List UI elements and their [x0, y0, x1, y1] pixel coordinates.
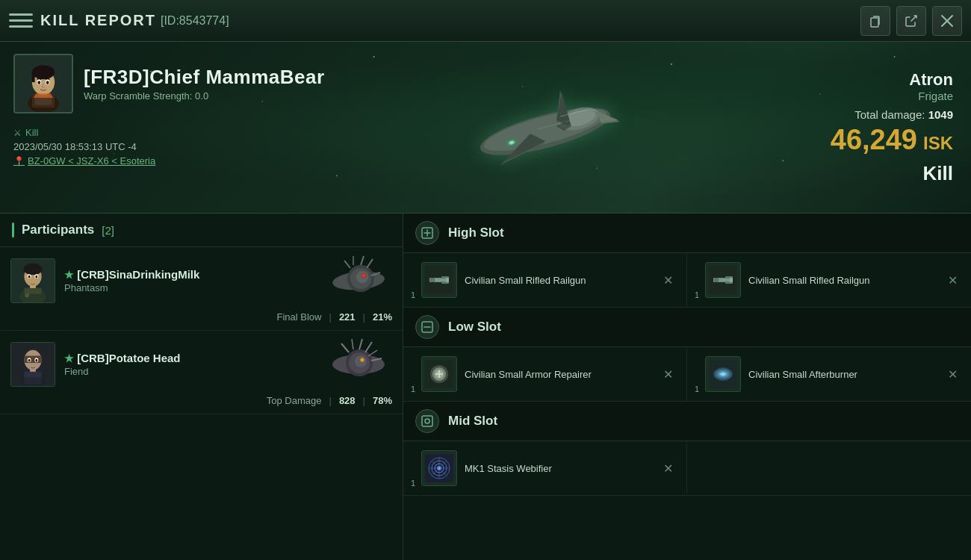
copy-button[interactable]: [860, 6, 890, 36]
mid-slot-item-1: 1: [403, 441, 687, 495]
svg-rect-0: [871, 18, 878, 27]
low-item-2-name: Civilian Small Afterburner: [748, 369, 937, 380]
slots-panel: High Slot 1: [403, 214, 971, 560]
location-pin-icon: 📍: [13, 156, 25, 167]
participant-ship-img-1: [325, 255, 392, 307]
low-item-2-icon: [705, 356, 741, 392]
svg-point-40: [28, 276, 31, 279]
low-slot-item-1: 1 Civilian Small Armor Repairer ✕: [403, 347, 687, 401]
star-icon-1: ★: [64, 269, 74, 281]
participants-panel: Participants [2]: [0, 214, 403, 560]
svg-line-70: [359, 339, 362, 349]
menu-button[interactable]: [9, 9, 33, 33]
low-item-1-close[interactable]: ✕: [660, 366, 676, 383]
participant-stats-1: Final Blow | 221 | 21%: [10, 311, 392, 323]
svg-line-49: [367, 259, 373, 268]
low-item-1-name: Civilian Small Armor Repairer: [465, 369, 653, 380]
isk-amount: 46,249: [831, 124, 917, 156]
high-slot-items: 1 Civilian Small Rifle: [403, 253, 971, 308]
svg-point-115: [438, 467, 441, 470]
participant-ship-img-2: [325, 338, 392, 391]
isk-row: 46,249 ISK: [831, 124, 953, 156]
export-button[interactable]: [896, 6, 926, 36]
svg-point-54: [363, 275, 365, 277]
isk-label: ISK: [923, 133, 953, 154]
participant-name-2: ★ [CRB]Potatoe Head: [64, 352, 316, 364]
header-right: Atron Frigate Total damage: 1049 46,249 …: [732, 42, 971, 213]
title-actions: [860, 6, 962, 36]
high-item-1-name: Civilian Small Rifled Railgun: [465, 275, 653, 286]
svg-point-63: [28, 359, 31, 362]
header-left: [FR3D]Chief MammaBear Warp Scramble Stre…: [0, 42, 359, 213]
mid-slot-items: 1: [403, 441, 971, 496]
damage-value: 1049: [928, 108, 953, 121]
svg-point-77: [362, 359, 364, 361]
participant-name-1: ★ [CRB]SinaDrinkingMilk: [64, 268, 316, 281]
svg-line-48: [361, 256, 364, 265]
participant-2: ★ [CRB]Potatoe Head Fiend: [0, 331, 403, 414]
participant-stats-2: Top Damage | 828 | 78%: [10, 395, 392, 406]
participant-damage-1: 221: [339, 311, 356, 323]
svg-line-71: [365, 342, 372, 352]
svg-rect-104: [422, 416, 432, 426]
close-button[interactable]: [932, 6, 962, 36]
high-slot-section: High Slot 1: [403, 214, 971, 308]
svg-line-51: [344, 261, 350, 268]
low-slot-items: 1 Civilian Small Armor Repairer ✕: [403, 347, 971, 402]
svg-line-74: [352, 339, 353, 349]
kill-result: Kill: [923, 162, 953, 185]
mid-slot-header: Mid Slot: [403, 402, 971, 441]
pilot-info: [FR3D]Chief MammaBear Warp Scramble Stre…: [84, 66, 345, 102]
low-slot-item-2: 1 Civilian Small Afterburner: [687, 347, 971, 401]
page-title: KILL REPORT: [40, 12, 156, 29]
svg-point-37: [23, 264, 42, 275]
high-slot-item-2: 1 Civilian Small Rifled Railgun: [687, 253, 971, 307]
participant-avatar-1: [10, 258, 55, 303]
low-item-2-close[interactable]: ✕: [945, 366, 961, 383]
high-item-2-icon: [705, 262, 741, 298]
participant-pct-2: 78%: [373, 395, 392, 406]
svg-rect-60: [24, 355, 41, 363]
svg-point-24: [46, 81, 49, 84]
damage-row: Total damage: 1049: [854, 108, 953, 121]
participant-avatar-2: [10, 342, 55, 387]
svg-point-41: [35, 276, 37, 279]
mid-item-1-qty: 1: [411, 479, 415, 488]
header-accent-bar: [12, 223, 14, 237]
mid-slot-icon: [415, 409, 439, 433]
mid-item-1-icon: [421, 450, 457, 486]
mid-slot-title: Mid Slot: [448, 414, 497, 429]
high-item-1-qty: 1: [411, 290, 415, 299]
kill-location[interactable]: 📍 BZ-0GW < JSZ-X6 < Esoteria: [13, 155, 345, 167]
warp-scramble: Warp Scramble Strength: 0.0: [84, 90, 345, 102]
mid-item-1-close[interactable]: ✕: [660, 460, 676, 477]
svg-point-84: [432, 279, 434, 281]
low-slot-header: Low Slot: [403, 308, 971, 347]
kill-id: [ID:8543774]: [161, 14, 229, 28]
high-item-1-close[interactable]: ✕: [660, 272, 676, 289]
participant-damage-2: 828: [339, 395, 356, 406]
ship-class: Frigate: [918, 90, 953, 102]
ship-name: Atron: [909, 70, 953, 90]
low-item-1-icon: [421, 356, 457, 392]
high-item-2-qty: 1: [695, 290, 699, 299]
participant-ship-1: Phantasm: [64, 282, 316, 293]
star-icon-2: ★: [64, 352, 74, 364]
low-slot-section: Low Slot 1: [403, 308, 971, 402]
kill-type-badge: Kill: [13, 127, 345, 138]
participants-count: [2]: [102, 224, 114, 237]
svg-point-64: [35, 359, 37, 362]
kill-date: 2023/05/30 18:53:13 UTC -4: [13, 141, 345, 152]
header-section: [FR3D]Chief MammaBear Warp Scramble Stre…: [0, 42, 971, 214]
high-slot-item-1: 1 Civilian Small Rifle: [403, 253, 687, 307]
high-item-2-name: Civilian Small Rifled Railgun: [748, 275, 937, 286]
high-slot-header: High Slot: [403, 214, 971, 253]
svg-rect-65: [24, 372, 41, 378]
high-slot-title: High Slot: [448, 225, 504, 240]
svg-point-23: [37, 81, 40, 84]
svg-rect-92: [730, 278, 733, 282]
high-item-2-close[interactable]: ✕: [945, 272, 961, 289]
low-item-1-qty: 1: [411, 385, 415, 393]
participant-ship-2: Fiend: [64, 366, 316, 377]
pilot-name: [FR3D]Chief MammaBear: [84, 66, 345, 89]
